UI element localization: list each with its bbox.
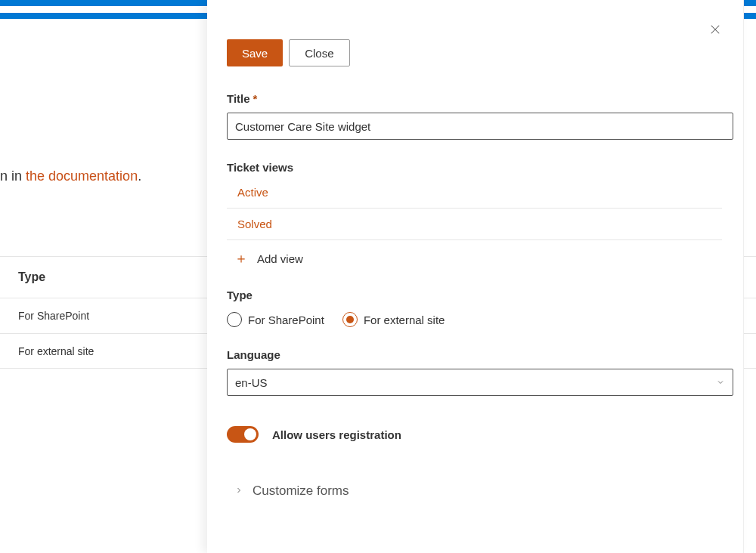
language-select[interactable]: en-US [227,369,733,396]
language-label: Language [227,348,722,361]
ticket-views-label: Ticket views [227,161,722,174]
add-view-button[interactable]: ＋ Add view [227,240,722,267]
toggle-label: Allow users registration [272,428,401,441]
close-button[interactable]: Close [289,39,349,66]
expand-label: Customize forms [253,483,349,499]
allow-registration-toggle[interactable] [227,426,259,443]
radio-label: For external site [364,314,445,326]
language-value: en-US [235,376,268,389]
title-label: Title* [227,92,722,105]
row-type-label: For SharePoint [18,310,89,322]
radio-for-sharepoint[interactable]: For SharePoint [227,312,324,327]
toggle-knob [244,428,256,440]
radio-icon [227,312,242,327]
add-view-label: Add view [257,252,303,265]
close-icon[interactable] [708,23,723,38]
ticket-view-item[interactable]: Solved [227,209,722,240]
row-type-label: For external site [18,345,94,357]
type-label: Type [227,289,722,301]
plus-icon: ＋ [234,249,248,267]
save-button[interactable]: Save [227,39,283,66]
radio-icon [342,312,358,327]
side-panel: Save Close Title* Ticket views Active So… [207,0,744,553]
ticket-view-item[interactable]: Active [227,177,722,209]
chevron-down-icon [716,376,725,389]
title-input[interactable] [227,113,733,140]
radio-label: For SharePoint [248,314,324,326]
chevron-right-icon [234,483,243,499]
customize-forms-expander[interactable]: Customize forms [227,483,722,499]
documentation-link[interactable]: the documentation [26,168,138,184]
radio-for-external-site[interactable]: For external site [342,312,445,327]
